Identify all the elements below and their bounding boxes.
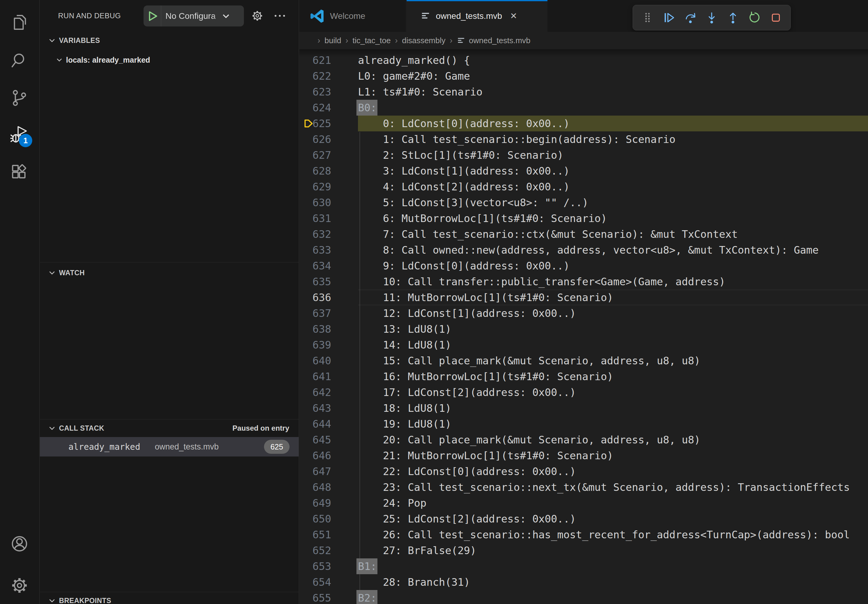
code-line[interactable]: 644 19: LdU8(1): [299, 416, 868, 432]
step-into-button[interactable]: [704, 9, 719, 26]
code-line[interactable]: 648 23: Call test_scenario::next_tx(&mut…: [299, 479, 868, 495]
continue-button[interactable]: [661, 9, 677, 26]
search-icon[interactable]: [10, 52, 29, 70]
line-number-gutter[interactable]: 638: [299, 321, 358, 337]
code-line[interactable]: 651 26: Call test_scenario::has_most_rec…: [299, 527, 868, 542]
code-line[interactable]: 635 10: Call transfer::public_transfer<G…: [299, 274, 868, 290]
code-line[interactable]: 638 13: LdU8(1): [299, 321, 868, 337]
start-debug-button[interactable]: [144, 5, 161, 26]
line-number-gutter[interactable]: 655: [299, 590, 358, 604]
code-line[interactable]: 642 17: LdConst[2](address: 0x00..): [299, 384, 868, 400]
call-stack-frame-row[interactable]: already_marked owned_tests.mvb 625: [40, 437, 299, 457]
variables-scope-row[interactable]: locals: already_marked: [56, 53, 150, 67]
breadcrumb-item[interactable]: › tic_tac_toe: [341, 36, 391, 45]
code-line[interactable]: 652 27: BrFalse(29): [299, 542, 868, 558]
code-line-content[interactable]: 7: Call test_scenario::ctx(&mut Scenario…: [358, 226, 868, 242]
line-number-gutter[interactable]: 621: [299, 52, 358, 68]
code-line-content[interactable]: L0: game#2#0: Game: [358, 68, 868, 84]
code-line-content[interactable]: 18: LdU8(1): [358, 400, 868, 416]
code-line[interactable]: 623 L1: ts#1#0: Scenario: [299, 84, 868, 100]
code-line[interactable]: 628 3: LdConst[1](address: 0x00..): [299, 163, 868, 179]
code-line[interactable]: 629 4: LdConst[2](address: 0x00..): [299, 179, 868, 195]
line-number-gutter[interactable]: 625: [299, 116, 358, 132]
step-over-button[interactable]: [682, 9, 698, 26]
line-number-gutter[interactable]: 634: [299, 258, 358, 274]
code-line[interactable]: 622 L0: game#2#0: Game: [299, 68, 868, 84]
code-line[interactable]: 637 12: LdConst[1](address: 0x00..): [299, 305, 868, 321]
drag-handle-icon[interactable]: [640, 9, 656, 26]
code-line[interactable]: 650 25: LdConst[2](address: 0x00..): [299, 511, 868, 527]
code-line-content[interactable]: 27: BrFalse(29): [358, 542, 868, 558]
breakpoints-section-header[interactable]: BREAKPOINTS: [48, 594, 111, 604]
code-line-content[interactable]: 21: MutBorrowLoc[1](ts#1#0: Scenario): [358, 448, 868, 463]
line-number-gutter[interactable]: 637: [299, 305, 358, 321]
code-line[interactable]: 626 1: Call test_scenario::begin(address…: [299, 132, 868, 147]
line-number-gutter[interactable]: 653: [299, 558, 358, 574]
code-line[interactable]: 647 22: LdConst[0](address: 0x00..): [299, 463, 868, 479]
source-control-icon[interactable]: [10, 89, 29, 107]
line-number-gutter[interactable]: 647: [299, 463, 358, 479]
code-line-content[interactable]: 0: LdConst[0](address: 0x00..): [358, 116, 868, 132]
code-line-content[interactable]: 28: Branch(31): [358, 574, 868, 590]
tab-owned-tests[interactable]: owned_tests.mvb ✕: [407, 0, 547, 32]
breadcrumb-item[interactable]: › owned_tests.mvb: [446, 36, 530, 45]
code-line-content[interactable]: 19: LdU8(1): [358, 416, 868, 432]
code-line[interactable]: 646 21: MutBorrowLoc[1](ts#1#0: Scenario…: [299, 448, 868, 463]
code-line-content[interactable]: 26: Call test_scenario::has_most_recent_…: [358, 527, 868, 542]
code-line-content[interactable]: 22: LdConst[0](address: 0x00..): [358, 463, 868, 479]
restart-button[interactable]: [747, 9, 763, 26]
line-number-gutter[interactable]: 651: [299, 527, 358, 542]
code-editor[interactable]: 621 already_marked() { 622 L0: game#2#0:…: [299, 49, 868, 604]
line-number-gutter[interactable]: 650: [299, 511, 358, 527]
code-line-content[interactable]: 5: LdConst[3](vector<u8>: "" /..): [358, 195, 868, 211]
line-number-gutter[interactable]: 622: [299, 68, 358, 84]
code-line-content[interactable]: B2:: [358, 590, 868, 604]
line-number-gutter[interactable]: 630: [299, 195, 358, 211]
step-out-button[interactable]: [725, 9, 741, 26]
debug-config-dropdown[interactable]: No Configura: [144, 5, 244, 26]
breadcrumb-item[interactable]: › disassembly: [391, 36, 446, 45]
line-number-gutter[interactable]: 652: [299, 542, 358, 558]
code-line[interactable]: 649 24: Pop: [299, 495, 868, 511]
code-line[interactable]: 645 20: Call place_mark(&mut Scenario, a…: [299, 432, 868, 448]
line-number-gutter[interactable]: 624: [299, 100, 358, 116]
code-line-content[interactable]: 10: Call transfer::public_transfer<Game>…: [358, 274, 868, 290]
code-line[interactable]: 640 15: Call place_mark(&mut Scenario, a…: [299, 353, 868, 369]
code-line-content[interactable]: 8: Call owned::new(address, address, vec…: [358, 242, 868, 258]
code-line[interactable]: 630 5: LdConst[3](vector<u8>: "" /..): [299, 195, 868, 211]
code-line-content[interactable]: 12: LdConst[1](address: 0x00..): [358, 305, 868, 321]
code-line-content[interactable]: 11: MutBorrowLoc[1](ts#1#0: Scenario): [358, 290, 868, 305]
line-number-gutter[interactable]: 628: [299, 163, 358, 179]
code-line[interactable]: 624 B0:: [299, 100, 868, 116]
code-line-content[interactable]: B0:: [358, 100, 868, 116]
line-number-gutter[interactable]: 632: [299, 226, 358, 242]
line-number-gutter[interactable]: 641: [299, 369, 358, 384]
code-line[interactable]: 634 9: LdConst[0](address: 0x00..): [299, 258, 868, 274]
line-number-gutter[interactable]: 639: [299, 337, 358, 353]
line-number-gutter[interactable]: 627: [299, 147, 358, 163]
line-number-gutter[interactable]: 642: [299, 384, 358, 400]
code-line-content[interactable]: 3: LdConst[1](address: 0x00..): [358, 163, 868, 179]
code-line-content[interactable]: L1: ts#1#0: Scenario: [358, 84, 868, 100]
line-number-gutter[interactable]: 623: [299, 84, 358, 100]
code-line[interactable]: 627 2: StLoc[1](ts#1#0: Scenario): [299, 147, 868, 163]
line-number-gutter[interactable]: 648: [299, 479, 358, 495]
line-number-gutter[interactable]: 633: [299, 242, 358, 258]
close-icon[interactable]: ✕: [510, 11, 517, 21]
line-number-gutter[interactable]: 644: [299, 416, 358, 432]
line-number-gutter[interactable]: 626: [299, 132, 358, 147]
line-number-gutter[interactable]: 640: [299, 353, 358, 369]
code-line-content[interactable]: 25: LdConst[2](address: 0x00..): [358, 511, 868, 527]
code-line[interactable]: 639 14: LdU8(1): [299, 337, 868, 353]
code-line[interactable]: 641 16: MutBorrowLoc[1](ts#1#0: Scenario…: [299, 369, 868, 384]
code-line-content[interactable]: 4: LdConst[2](address: 0x00..): [358, 179, 868, 195]
extensions-icon[interactable]: [10, 163, 29, 181]
code-line-content[interactable]: already_marked() {: [358, 52, 868, 68]
variables-section-header[interactable]: VARIABLES: [48, 34, 100, 48]
more-actions-icon[interactable]: [273, 9, 287, 23]
line-number-gutter[interactable]: 636: [299, 290, 358, 305]
tab-welcome[interactable]: Welcome: [299, 0, 406, 32]
code-line-content[interactable]: 24: Pop: [358, 495, 868, 511]
code-line[interactable]: 633 8: Call owned::new(address, address,…: [299, 242, 868, 258]
code-line[interactable]: 653 B1:: [299, 558, 868, 574]
